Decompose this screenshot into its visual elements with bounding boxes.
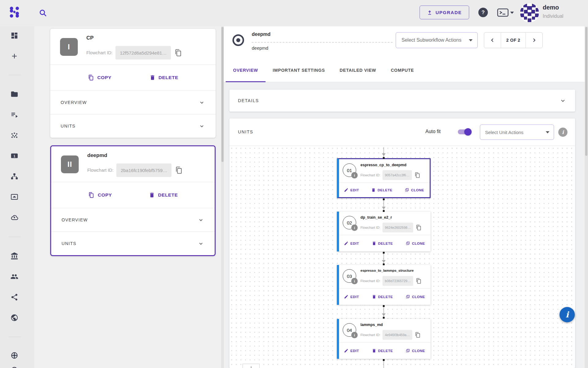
flowchart-id-value: 9624e2602598…: [383, 223, 413, 232]
help-icon[interactable]: ?: [478, 8, 488, 17]
copy-icon[interactable]: [414, 332, 421, 338]
unit-info-badge[interactable]: i: [351, 332, 358, 338]
workflow-title: CP: [86, 35, 94, 41]
edit-unit-button[interactable]: EDIT: [344, 294, 359, 299]
unit-title: espresso_to_lammps_structure: [360, 269, 414, 272]
unit-info-badge[interactable]: i: [351, 172, 358, 178]
svg-text:1: 1: [13, 154, 15, 158]
units-accordion[interactable]: UNITS: [51, 232, 215, 255]
copy-icon[interactable]: [175, 166, 183, 174]
info-icon[interactable]: i: [558, 128, 567, 137]
unit-card-dp-train-se-e2-r[interactable]: 02 i dp_train_se_e2_r Flowchart ID: 9624…: [337, 212, 431, 251]
tab-important-settings[interactable]: IMPORTANT SETTINGS: [266, 58, 332, 82]
connector-arrow: [382, 260, 386, 263]
autofit-toggle[interactable]: [458, 129, 471, 134]
unit-actions-select[interactable]: Select Unit Actions: [480, 125, 554, 140]
subworkflow-tabs: OVERVIEW IMPORTANT SETTINGS DETAILED VIE…: [226, 58, 421, 82]
subworkflow-title[interactable]: deepmd: [252, 32, 270, 37]
unit-card-espresso-cp-to-deepmd[interactable]: 01 i espresso_cp_to_deepmd Flowchart ID:…: [337, 158, 431, 198]
copy-workflow-button[interactable]: COPY: [88, 74, 111, 81]
delete-workflow-button[interactable]: DELETE: [149, 192, 178, 198]
connector-dot: [383, 305, 385, 307]
chevron-down-icon: [559, 97, 567, 104]
connector: [383, 147, 384, 158]
folder-icon[interactable]: [10, 90, 18, 98]
edit-unit-button[interactable]: EDIT: [344, 241, 359, 246]
user-name[interactable]: demo: [543, 4, 559, 11]
workflow-card-header: I CP Flowchart ID: 12f572d6a5d294e81…: [50, 29, 216, 64]
prev-page-button[interactable]: [484, 33, 501, 48]
delete-unit-button[interactable]: DELETE: [372, 348, 393, 353]
jobs-list-icon[interactable]: [10, 111, 18, 119]
edit-unit-button[interactable]: EDIT: [344, 348, 359, 353]
unit-card-lammps-md[interactable]: 04 i lammps_md Flowchart ID: 4e945f3b459…: [337, 319, 431, 359]
team-icon[interactable]: [10, 273, 18, 281]
details-accordion[interactable]: DETAILS: [229, 90, 575, 112]
chevron-down-icon: [198, 99, 205, 106]
units-accordion[interactable]: UNITS: [50, 114, 216, 138]
rail-divider: [9, 237, 21, 237]
workflow-badge: II: [61, 155, 79, 173]
workflow-card-deepmd[interactable]: II deepmd Flowchart ID: 2ba16fc190febf57…: [50, 145, 216, 256]
search-icon[interactable]: [39, 9, 47, 17]
console-menu[interactable]: [497, 8, 518, 17]
globe-icon[interactable]: [10, 314, 18, 322]
workflow-card-cp[interactable]: I CP Flowchart ID: 12f572d6a5d294e81… CO…: [50, 29, 216, 138]
overview-accordion[interactable]: OVERVIEW: [50, 91, 216, 114]
cloud-upload-icon[interactable]: [10, 213, 18, 221]
delete-unit-button[interactable]: DELETE: [372, 294, 393, 299]
copy-icon[interactable]: [174, 48, 183, 57]
connector: [383, 360, 384, 368]
bank-card-icon[interactable]: 1: [10, 152, 18, 160]
connector-dot: [383, 252, 385, 254]
clone-unit-button[interactable]: CLONE: [405, 348, 425, 353]
clone-unit-button[interactable]: CLONE: [405, 188, 424, 192]
edit-unit-button[interactable]: EDIT: [344, 188, 359, 192]
flowchart-id-value: 2ba16fc190febf5759…: [116, 163, 172, 177]
copy-workflow-button[interactable]: COPY: [88, 192, 112, 198]
bank-icon[interactable]: [10, 252, 18, 260]
autofit-label: Auto fit: [425, 129, 441, 134]
left-panel-scrollbar[interactable]: [221, 26, 224, 368]
workflow-badge: I: [60, 38, 78, 56]
share-icon[interactable]: [10, 293, 18, 301]
copy-icon[interactable]: [415, 224, 422, 231]
rail-divider: [9, 337, 21, 337]
clone-unit-button[interactable]: CLONE: [405, 241, 425, 246]
helm-icon[interactable]: [10, 351, 18, 359]
materials-cluster-icon[interactable]: [10, 131, 18, 139]
upgrade-button[interactable]: UPGRADE: [420, 6, 469, 19]
unit-title: espresso_cp_to_deepmd: [360, 163, 406, 167]
copy-icon[interactable]: [415, 278, 422, 284]
dashboard-icon[interactable]: [10, 32, 18, 40]
chevron-down-icon: [198, 240, 204, 247]
unit-info-badge[interactable]: i: [351, 224, 358, 231]
page-scrollbar[interactable]: [585, 0, 588, 368]
image-icon[interactable]: [10, 193, 18, 201]
subworkflow-actions-select[interactable]: Select Subworkflow Actions: [396, 32, 478, 48]
flowchart-id-label: Flowchart ID:: [360, 173, 380, 177]
unit-info-badge[interactable]: i: [351, 278, 358, 284]
user-role: Individual: [543, 13, 564, 19]
flowchart-id-label: Flowchart ID:: [360, 226, 380, 229]
support-icon[interactable]: [10, 366, 18, 368]
app-logo-icon[interactable]: [8, 6, 21, 18]
clone-unit-button[interactable]: CLONE: [405, 294, 425, 299]
tab-overview[interactable]: OVERVIEW: [226, 58, 266, 82]
delete-unit-button[interactable]: DELETE: [371, 188, 392, 192]
workflow-tree-icon[interactable]: [10, 172, 18, 180]
tab-compute[interactable]: COMPUTE: [383, 58, 421, 82]
next-page-button[interactable]: [526, 33, 542, 48]
avatar[interactable]: [520, 3, 539, 22]
info-fab[interactable]: i: [560, 307, 575, 322]
delete-unit-button[interactable]: DELETE: [372, 241, 393, 246]
delete-workflow-button[interactable]: DELETE: [149, 75, 179, 81]
overview-accordion[interactable]: OVERVIEW: [51, 208, 215, 232]
canvas-zoom-control[interactable]: [243, 364, 260, 368]
flowchart-id-value: 9057a42cc3f6…: [383, 170, 412, 180]
copy-icon[interactable]: [414, 172, 421, 178]
add-icon[interactable]: [10, 52, 18, 60]
tab-detailed-view[interactable]: DETAILED VIEW: [332, 58, 383, 82]
unit-card-espresso-to-lammps-structure[interactable]: 03 i espresso_to_lammps_structure Flowch…: [337, 265, 431, 305]
flowchart-id-value: 12f572d6a5d294e81…: [115, 46, 171, 59]
